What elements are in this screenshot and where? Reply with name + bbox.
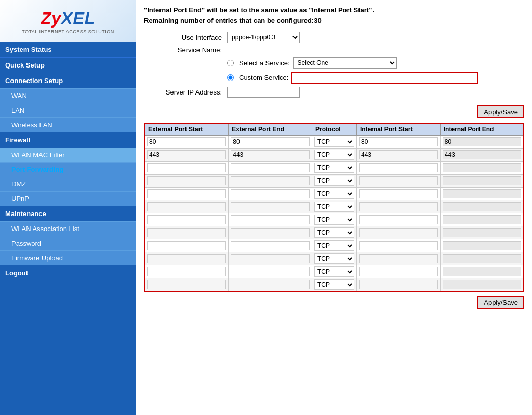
radio-select-service[interactable] xyxy=(227,60,234,66)
sidebar-item-logout[interactable]: Logout xyxy=(0,265,136,280)
ext-end-input[interactable] xyxy=(231,280,310,289)
custom-service-input[interactable]: HTTP xyxy=(291,72,478,84)
int-end-input[interactable] xyxy=(443,215,521,224)
ext-end-input[interactable] xyxy=(231,228,310,237)
sidebar-item-upnp[interactable]: UPnP xyxy=(0,191,136,206)
sidebar-item-maintenance[interactable]: Maintenance xyxy=(0,206,136,221)
protocol-select[interactable]: TCPUDPTCP/UDP xyxy=(314,202,354,212)
ext-start-input[interactable] xyxy=(147,150,226,159)
use-interface-row: Use Interface pppoe-1/ppp0.3 xyxy=(144,32,524,43)
table-row: TCPUDPTCP/UDP xyxy=(144,252,524,265)
int-start-input[interactable] xyxy=(359,215,438,224)
ext-start-input[interactable] xyxy=(147,267,226,276)
ext-start-input[interactable] xyxy=(147,215,226,224)
table-row: TCPUDPTCP/UDP xyxy=(144,213,524,226)
ext-end-input[interactable] xyxy=(231,267,310,276)
sidebar-item-system-status[interactable]: System Status xyxy=(0,42,136,57)
ext-end-input[interactable] xyxy=(231,163,310,172)
ext-start-input[interactable] xyxy=(147,189,226,198)
logo-zyxel: ZyXEL xyxy=(41,9,96,28)
sidebar-item-dmz[interactable]: DMZ xyxy=(0,177,136,191)
int-start-input[interactable] xyxy=(359,241,438,250)
apply-save-top-button[interactable]: Apply/Save xyxy=(477,105,524,118)
ext-end-input[interactable] xyxy=(231,137,310,146)
col-header-protocol: Protocol xyxy=(312,123,356,136)
int-start-input[interactable] xyxy=(359,176,438,185)
int-start-input[interactable] xyxy=(359,202,438,211)
int-end-input[interactable] xyxy=(443,163,521,172)
protocol-select[interactable]: TCPUDPTCP/UDP xyxy=(314,176,354,186)
protocol-select[interactable]: TCPUDPTCP/UDP xyxy=(314,150,354,160)
ext-start-input[interactable] xyxy=(147,228,226,237)
int-end-input[interactable] xyxy=(443,241,521,250)
int-start-input[interactable] xyxy=(359,137,438,146)
int-start-input[interactable] xyxy=(359,163,438,172)
int-end-input[interactable] xyxy=(443,202,521,211)
protocol-select[interactable]: TCPUDPTCP/UDP xyxy=(314,279,354,290)
ext-start-input[interactable] xyxy=(147,241,226,250)
use-interface-label: Use Interface xyxy=(144,34,227,42)
protocol-select[interactable]: TCPUDPTCP/UDP xyxy=(314,227,354,238)
sidebar-item-lan[interactable]: LAN xyxy=(0,103,136,117)
protocol-select[interactable]: TCPUDPTCP/UDP xyxy=(314,240,354,251)
int-start-input[interactable] xyxy=(359,228,438,237)
logo-area: ZyXEL TOTAL INTERNET ACCESS SOLUTION xyxy=(0,0,136,42)
protocol-select[interactable]: TCPUDPTCP/UDP xyxy=(314,215,354,225)
sidebar-item-firewall[interactable]: Firewall xyxy=(0,132,136,148)
int-end-input[interactable] xyxy=(443,189,521,198)
table-row: TCPUDPTCP/UDP xyxy=(144,278,524,292)
table-row: TCPUDPTCP/UDP xyxy=(144,136,524,149)
select-service-dropdown[interactable]: Select One xyxy=(293,57,397,69)
ext-start-input[interactable] xyxy=(147,163,226,172)
int-end-input[interactable] xyxy=(443,150,521,159)
sidebar-item-wireless-lan[interactable]: Wireless LAN xyxy=(0,117,136,132)
int-end-input[interactable] xyxy=(443,280,521,289)
int-start-input[interactable] xyxy=(359,280,438,289)
sidebar-item-password[interactable]: Password xyxy=(0,236,136,250)
sidebar-item-wan[interactable]: WAN xyxy=(0,88,136,103)
ext-end-input[interactable] xyxy=(231,189,310,198)
int-end-input[interactable] xyxy=(443,267,521,276)
ext-end-input[interactable] xyxy=(231,254,310,263)
apply-save-bottom-button[interactable]: Apply/Save xyxy=(477,296,524,309)
ext-end-input[interactable] xyxy=(231,176,310,185)
int-end-input[interactable] xyxy=(443,228,521,237)
ext-start-input[interactable] xyxy=(147,202,226,211)
sidebar-item-wlan-mac-filter[interactable]: WLAN MAC Filter xyxy=(0,148,136,162)
custom-service-text: Custom Service: xyxy=(239,74,288,82)
int-start-input[interactable] xyxy=(359,267,438,276)
sidebar-item-quick-setup[interactable]: Quick Setup xyxy=(0,57,136,73)
col-header-int-end: Internal Port End xyxy=(440,123,524,136)
col-header-int-start: Internal Port Start xyxy=(356,123,440,136)
ext-end-input[interactable] xyxy=(231,241,310,250)
table-row: TCPUDPTCP/UDP xyxy=(144,239,524,252)
int-start-input[interactable] xyxy=(359,189,438,198)
ext-start-input[interactable] xyxy=(147,137,226,146)
sidebar-item-port-forwarding[interactable]: Port Forwarding xyxy=(0,162,136,177)
port-table-body: TCPUDPTCP/UDPTCPUDPTCP/UDPTCPUDPTCP/UDPT… xyxy=(144,136,524,292)
protocol-select[interactable]: TCPUDPTCP/UDP xyxy=(314,253,354,264)
int-end-input[interactable] xyxy=(443,254,521,263)
sidebar-item-connection-setup[interactable]: Connection Setup xyxy=(0,73,136,88)
table-row: TCPUDPTCP/UDP xyxy=(144,188,524,200)
server-ip-input[interactable]: 192.168.1.104 xyxy=(227,87,300,98)
ext-end-input[interactable] xyxy=(231,202,310,211)
protocol-select[interactable]: TCPUDPTCP/UDP xyxy=(314,137,354,147)
ext-start-input[interactable] xyxy=(147,280,226,289)
int-end-input[interactable] xyxy=(443,137,521,146)
use-interface-select[interactable]: pppoe-1/ppp0.3 xyxy=(227,32,300,43)
int-start-input[interactable] xyxy=(359,150,438,159)
radio-custom-service[interactable] xyxy=(227,74,234,81)
protocol-select[interactable]: TCPUDPTCP/UDP xyxy=(314,266,354,277)
protocol-select[interactable]: TCPUDPTCP/UDP xyxy=(314,189,354,199)
int-end-input[interactable] xyxy=(443,176,521,185)
server-ip-label: Server IP Address: xyxy=(144,88,227,96)
protocol-select[interactable]: TCPUDPTCP/UDP xyxy=(314,163,354,173)
int-start-input[interactable] xyxy=(359,254,438,263)
ext-start-input[interactable] xyxy=(147,176,226,185)
ext-end-input[interactable] xyxy=(231,215,310,224)
sidebar-item-firmware-upload[interactable]: Firmware Upload xyxy=(0,250,136,265)
sidebar-item-wlan-association-list[interactable]: WLAN Association List xyxy=(0,221,136,236)
ext-end-input[interactable] xyxy=(231,150,310,159)
ext-start-input[interactable] xyxy=(147,254,226,263)
